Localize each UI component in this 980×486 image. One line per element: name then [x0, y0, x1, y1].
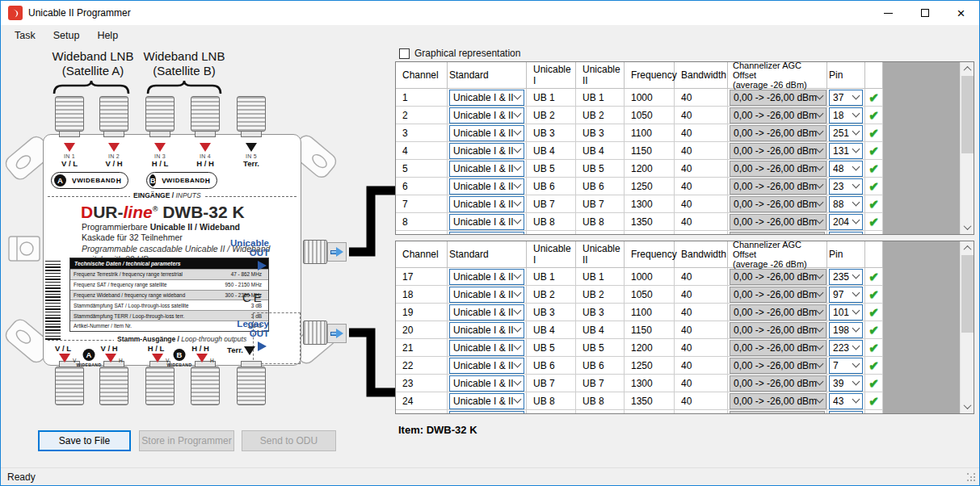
agc-offset-select[interactable]: 0,00 -> -26,00 dBm: [730, 322, 826, 338]
pin-select[interactable]: 43: [829, 393, 863, 409]
standard-select[interactable]: [449, 411, 524, 414]
scroll-up-icon[interactable]: [961, 62, 974, 76]
table1-scrollbar[interactable]: [960, 62, 974, 234]
agc-offset-select[interactable]: 0,00 -> -26,00 dBm: [730, 196, 826, 212]
chevron-down-icon: [816, 396, 824, 404]
chevron-down-icon: [514, 181, 522, 189]
scroll-down-icon[interactable]: [961, 400, 974, 413]
agc-offset-select[interactable]: [730, 411, 825, 414]
pin-select[interactable]: 101: [829, 304, 863, 321]
channel-cell: 7: [396, 195, 448, 213]
standard-select[interactable]: Unicable I & II: [449, 90, 524, 106]
menu-setup[interactable]: Setup: [44, 25, 89, 46]
agc-offset-select[interactable]: 0,00 -> -26,00 dBm: [730, 125, 826, 141]
standard-select[interactable]: Unicable I & II: [449, 304, 524, 321]
checkbox-label: Graphical representation: [414, 48, 520, 59]
agc-offset-select[interactable]: 0,00 -> -26,00 dBm: [730, 340, 826, 356]
pin-select[interactable]: 97: [829, 287, 863, 303]
chevron-down-icon: [816, 110, 824, 118]
menu-task[interactable]: Task: [6, 25, 44, 46]
agc-offset-select[interactable]: 0,00 -> -26,00 dBm: [730, 161, 826, 177]
table-row: [396, 410, 960, 413]
agc-offset-select[interactable]: 0,00 -> -26,00 dBm: [730, 304, 826, 321]
pin-select[interactable]: 39: [829, 375, 863, 392]
standard-select[interactable]: Unicable I & II: [449, 214, 524, 230]
chevron-down-icon: [514, 216, 522, 224]
checkbox-box[interactable]: [399, 48, 410, 59]
graphical-representation-checkbox[interactable]: Graphical representation: [399, 48, 520, 59]
legacy-out-button[interactable]: [327, 324, 347, 343]
standard-select[interactable]: Unicable I & II: [449, 196, 524, 212]
standard-select[interactable]: Unicable I & II: [449, 340, 524, 356]
scrollbar-thumb[interactable]: [961, 255, 974, 333]
standard-select[interactable]: Unicable I & II: [449, 107, 524, 124]
maximize-button[interactable]: [906, 1, 943, 25]
table2-scrollbar[interactable]: [960, 241, 974, 413]
standard-select[interactable]: Unicable I & II: [449, 322, 524, 338]
sat-marker-icon: [108, 143, 120, 152]
close-button[interactable]: ×: [943, 1, 979, 25]
agc-offset-select[interactable]: 0,00 -> -26,00 dBm: [730, 287, 826, 303]
unicable1-cell: UB 5: [527, 339, 576, 357]
sat-marker-icon: [64, 143, 75, 152]
unicable2-cell: UB 3: [576, 304, 625, 321]
app-icon: [8, 6, 23, 20]
channel-cell: 17: [396, 268, 448, 286]
pin-select[interactable]: 198: [829, 322, 863, 338]
agc-offset-select[interactable]: 0,00 -> -26,00 dBm: [730, 107, 826, 124]
standard-select[interactable]: Unicable I & II: [449, 178, 524, 195]
frequency-cell: 1250: [625, 178, 675, 195]
minimize-button[interactable]: [870, 1, 906, 25]
agc-offset-select[interactable]: 0,00 -> -26,00 dBm: [730, 178, 826, 195]
scroll-down-icon[interactable]: [961, 220, 974, 234]
pin-select[interactable]: 7: [829, 358, 863, 374]
resize-grip[interactable]: [967, 473, 977, 483]
pin-select[interactable]: 48: [829, 161, 863, 177]
send-to-odu-button[interactable]: Send to ODU: [242, 430, 336, 451]
scroll-up-icon[interactable]: [961, 241, 974, 255]
coax-connector-bottom: [55, 367, 84, 405]
standard-select[interactable]: Unicable I & II: [449, 393, 524, 409]
save-to-file-button[interactable]: Save to File: [38, 430, 131, 451]
standard-select[interactable]: Unicable I & II: [449, 161, 524, 177]
agc-offset-select[interactable]: 0,00 -> -26,00 dBm: [730, 90, 826, 106]
input-port-label: IN 1V / L: [47, 143, 92, 168]
agc-offset-select[interactable]: 0,00 -> -26,00 dBm: [730, 358, 826, 374]
sat-marker-icon: [105, 354, 116, 362]
agc-offset-select[interactable]: 0,00 -> -26,00 dBm: [730, 143, 826, 159]
pin-select[interactable]: 23: [829, 178, 863, 195]
chevron-down-icon: [852, 307, 860, 315]
pin-select[interactable]: 88: [829, 196, 863, 212]
agc-offset-select[interactable]: [730, 232, 825, 235]
pin-select[interactable]: 18: [829, 107, 863, 124]
pin-select[interactable]: 131: [829, 143, 863, 159]
column-header: Channelizer AGC Offset(average -26 dBm): [728, 241, 827, 268]
scrollbar-thumb[interactable]: [961, 76, 974, 153]
store-in-programmer-button[interactable]: Store in Programmer: [139, 430, 234, 451]
pin-select[interactable]: 251: [829, 125, 863, 141]
pin-select[interactable]: [829, 232, 863, 235]
unicable-out-button[interactable]: [327, 242, 347, 262]
sat-marker-icon: [152, 354, 163, 362]
pin-select[interactable]: [829, 411, 863, 414]
standard-select[interactable]: Unicable I & II: [449, 375, 524, 392]
standard-select[interactable]: Unicable I & II: [449, 269, 524, 285]
standard-select[interactable]: Unicable I & II: [449, 358, 524, 374]
pin-select[interactable]: 235: [829, 269, 863, 285]
agc-offset-select[interactable]: 0,00 -> -26,00 dBm: [730, 375, 826, 392]
ok-check-icon: ✔: [869, 179, 879, 194]
pin-select[interactable]: 204: [829, 214, 863, 230]
standard-select[interactable]: Unicable I & II: [449, 125, 524, 141]
agc-offset-select[interactable]: 0,00 -> -26,00 dBm: [730, 269, 826, 285]
pin-select[interactable]: 37: [829, 90, 863, 106]
channel-cell: 18: [396, 286, 448, 304]
standard-select[interactable]: Unicable I & II: [449, 287, 524, 303]
table-row: 5Unicable I & IIUB 5UB 51200400,00 -> -2…: [396, 160, 960, 178]
pin-select[interactable]: 223: [829, 340, 863, 356]
menu-help[interactable]: Help: [88, 25, 127, 46]
agc-offset-select[interactable]: 0,00 -> -26,00 dBm: [730, 214, 826, 230]
agc-offset-select[interactable]: 0,00 -> -26,00 dBm: [730, 393, 826, 409]
unicable2-cell: UB 5: [576, 339, 625, 357]
standard-select[interactable]: Unicable I & II: [449, 143, 524, 159]
standard-select[interactable]: [449, 232, 524, 235]
